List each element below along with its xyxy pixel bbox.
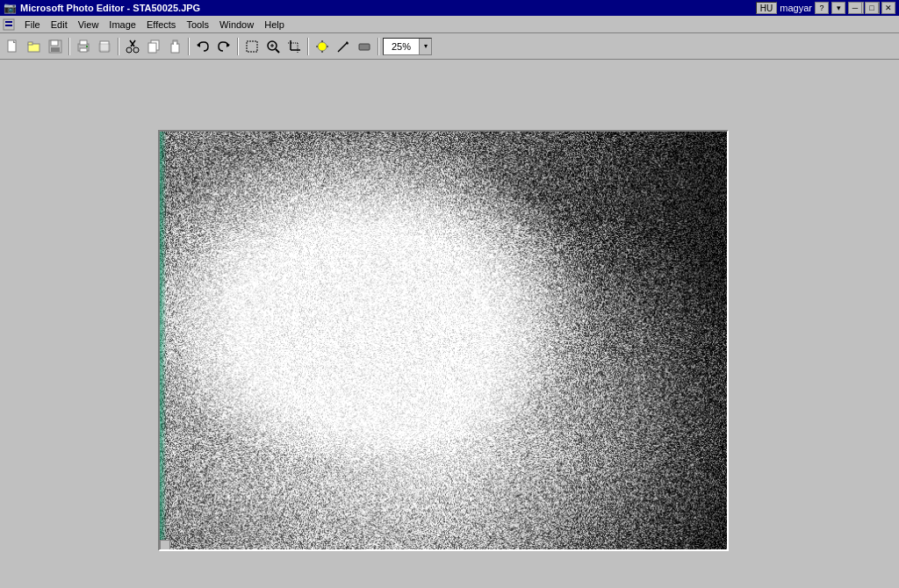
language-label: magyar <box>780 3 812 13</box>
flag-indicator: HU <box>756 2 777 14</box>
menu-arrow-button[interactable]: ▾ <box>831 2 845 14</box>
minimize-button-2[interactable]: ─ <box>848 2 862 14</box>
draw-button[interactable] <box>334 37 353 56</box>
crop-button[interactable] <box>284 37 304 56</box>
photo-canvas <box>160 132 727 549</box>
image-container <box>158 130 729 551</box>
separator-4 <box>237 38 239 55</box>
svg-rect-8 <box>51 40 58 46</box>
cut-button[interactable] <box>123 37 142 56</box>
zoom-dropdown-arrow[interactable]: ▾ <box>419 39 431 54</box>
svg-point-19 <box>133 47 139 53</box>
menu-help[interactable]: Help <box>259 16 290 32</box>
lang-toolbar: HU magyar ? ▾ ─ □ ✕ <box>756 0 899 16</box>
redo-button[interactable] <box>214 37 234 56</box>
menu-bar: File Edit View Image Effects Tools Windo… <box>0 16 899 33</box>
separator-3 <box>188 38 190 55</box>
svg-rect-9 <box>51 47 60 52</box>
eraser-button[interactable] <box>355 37 374 56</box>
svg-point-36 <box>318 42 327 51</box>
zoom-input[interactable] <box>384 39 419 54</box>
close-button-2[interactable]: ✕ <box>881 2 895 14</box>
copy-button[interactable] <box>144 37 163 56</box>
menu-effects[interactable]: Effects <box>141 16 181 32</box>
brightness-button[interactable] <box>313 37 332 56</box>
separator-5 <box>307 38 309 55</box>
svg-rect-6 <box>28 42 32 45</box>
svg-marker-25 <box>197 43 200 47</box>
zoom-tool-button[interactable] <box>263 37 283 56</box>
save-button[interactable] <box>46 37 65 56</box>
print-button[interactable] <box>74 37 93 56</box>
menu-edit[interactable]: Edit <box>46 16 73 32</box>
title-bar-left: 📷 Microsoft Photo Editor - STA50025.JPG <box>4 2 200 14</box>
menu-window[interactable]: Window <box>214 16 259 32</box>
toolbar: ▾ <box>0 33 899 60</box>
menu-image[interactable]: Image <box>104 16 141 32</box>
window-title: Microsoft Photo Editor - STA50025.JPG <box>20 3 200 13</box>
svg-point-13 <box>86 46 88 47</box>
svg-point-18 <box>126 47 132 53</box>
svg-rect-2 <box>5 25 12 26</box>
svg-rect-44 <box>359 44 370 50</box>
menu-view[interactable]: View <box>73 16 104 32</box>
separator-6 <box>378 38 379 55</box>
svg-rect-24 <box>174 42 176 45</box>
app-menu-icon <box>2 18 16 32</box>
image-size-indicator <box>160 540 170 550</box>
main-area <box>0 60 899 588</box>
svg-rect-12 <box>80 48 87 52</box>
restore-button-2[interactable]: □ <box>865 2 879 14</box>
svg-rect-11 <box>80 40 87 45</box>
help-button-lang[interactable]: ? <box>815 2 829 14</box>
select-rect-button[interactable] <box>242 37 262 56</box>
menu-tools[interactable]: Tools <box>181 16 214 32</box>
print-preview-button[interactable] <box>95 37 114 56</box>
svg-line-29 <box>276 49 279 53</box>
zoom-selector[interactable]: ▾ <box>383 38 432 55</box>
menu-file[interactable]: File <box>19 16 46 32</box>
open-button[interactable] <box>25 37 44 56</box>
svg-line-43 <box>338 50 340 52</box>
app-icon: 📷 <box>4 2 17 14</box>
paste-button[interactable] <box>165 37 184 56</box>
svg-rect-21 <box>148 43 156 53</box>
svg-rect-27 <box>247 41 257 52</box>
new-button[interactable] <box>4 37 23 56</box>
svg-marker-26 <box>227 43 230 47</box>
svg-rect-22 <box>171 44 179 53</box>
svg-rect-15 <box>99 44 110 51</box>
undo-button[interactable] <box>193 37 212 56</box>
separator-2 <box>118 38 119 55</box>
separator-1 <box>68 38 70 55</box>
svg-rect-1 <box>5 21 12 23</box>
